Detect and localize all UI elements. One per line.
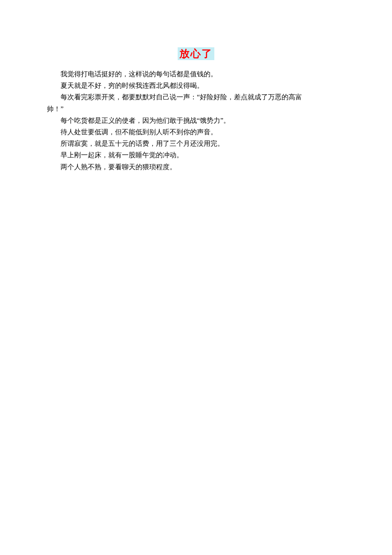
document-content: 我觉得打电话挺好的，这样说的每句话都是值钱的。 夏天就是不好，穷的时候我连西北风…: [47, 68, 345, 173]
paragraph: 每个吃货都是正义的使者，因为他们敢于挑战“饿势力”。: [47, 115, 345, 126]
paragraph: 夏天就是不好，穷的时候我连西北风都没得喝。: [47, 80, 345, 91]
paragraph: 两个人熟不熟，要看聊天的猥琐程度。: [47, 161, 345, 173]
document-title-container: 放心了: [47, 47, 345, 61]
paragraph: 每次看完彩票开奖，都要默默对自己说一声：“好险好险，差点就成了万恶的高富: [47, 91, 345, 103]
paragraph: 早上刚一起床，就有一股睡午觉的冲动。: [47, 149, 345, 161]
document-title: 放心了: [178, 47, 214, 60]
paragraph: 我觉得打电话挺好的，这样说的每句话都是值钱的。: [47, 68, 345, 80]
paragraph-continuation: 帅！”: [47, 103, 345, 115]
paragraph: 待人处世要低调，但不能低到别人听不到你的声音。: [47, 126, 345, 138]
paragraph: 所谓寂寞，就是五十元的话费，用了三个月还没用完。: [47, 138, 345, 149]
